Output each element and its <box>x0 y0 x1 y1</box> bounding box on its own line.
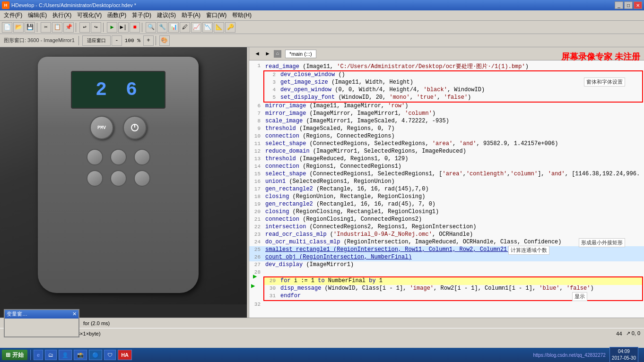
start-button[interactable]: ⊞ 开始 <box>2 350 27 360</box>
code-line-17: 17 gen_rectangle2 (Rectangle, 16, 16, ra… <box>249 186 644 193</box>
btn9[interactable]: 📈 <box>191 22 201 33</box>
menu-visualize[interactable]: 可视化(V) <box>74 10 104 20</box>
taskbar-ie[interactable]: e <box>34 350 43 360</box>
var-window-titlebar: 变量窗… ✕ <box>5 310 78 319</box>
code-line-23: 23 read_ocr_class_mlp ('Industrial_0-9A-… <box>249 231 644 239</box>
watermark: 屏幕录像专家 未注册 <box>561 51 640 62</box>
exec-time: for (2.0 ms) <box>79 320 640 326</box>
pmv-button: PMV <box>90 116 113 139</box>
code-line-21: 21 connection (RegionClosing1, Connected… <box>249 216 644 224</box>
code-line-4: 4 dev_open_window (0, 0, Width/4, Height… <box>264 86 642 94</box>
redo-btn[interactable]: ↪ <box>91 22 101 33</box>
sep4 <box>142 23 144 32</box>
taskbar-camera[interactable]: 📸 <box>74 350 87 360</box>
code-line-12: 12 reduce_domain (ImageMirror1, Selected… <box>249 148 644 155</box>
status-right: 44 ↗ 0, 0 <box>616 330 640 336</box>
save-btn[interactable]: 💾 <box>25 22 35 33</box>
fit-btn[interactable]: 适应窗口 <box>82 35 111 46</box>
menu-assistant[interactable]: 助手(A) <box>179 10 203 20</box>
menu-functions[interactable]: 函数(P) <box>104 10 129 20</box>
menubar: 文件(F) 编辑(E) 执行(X) 可视化(V) 函数(P) 算子(D) 建议(… <box>0 10 644 21</box>
menu-operators[interactable]: 算子(D) <box>129 10 154 20</box>
annotation-display: 显示 <box>572 292 587 301</box>
run-step-btn[interactable]: ▶| <box>118 22 129 33</box>
code-line-20: 20 closing (RegionClosing, Rectangle1, R… <box>249 208 644 216</box>
color-btn[interactable]: 🎨 <box>159 35 170 46</box>
paste-btn[interactable]: 📌 <box>63 22 74 33</box>
cut-btn[interactable]: ✂ <box>41 22 51 33</box>
btn10[interactable]: 📉 <box>202 22 213 33</box>
taskbar-ha[interactable]: HA <box>118 350 132 360</box>
code-line-11: 11 select_shape (ConnectedRegions, Selec… <box>249 140 644 148</box>
var-title: 变量窗… <box>7 310 27 318</box>
btn6[interactable]: 🔧 <box>157 22 167 33</box>
btn12[interactable]: 🔑 <box>225 22 235 33</box>
code-line-6: 6 mirror_image (Image11, ImageMirror, 'r… <box>249 103 644 110</box>
code-line-7: 7 mirror_image (ImageMirror, ImageMirror… <box>249 110 644 118</box>
taskbar-shield[interactable]: 🛡 <box>104 350 116 360</box>
zoom-out-btn[interactable]: - <box>112 35 122 46</box>
annotation-min-rect: 形成最小外接矩形 <box>579 238 625 247</box>
close-button[interactable]: ✕ <box>634 1 642 9</box>
image-display: 2 6 PMV <box>0 47 247 304</box>
app-icon: H <box>2 1 9 9</box>
var-close[interactable]: ✕ <box>72 311 77 317</box>
code-line-13: 13 threshold (ImageReduced, Regions1, 0,… <box>249 155 644 163</box>
code-line-30: 30 disp_message (WindowID, Class[i - 1],… <box>264 285 642 293</box>
code-line-8: 8 scale_image (ImageMirror1, ImageScaled… <box>249 118 644 125</box>
btn7[interactable]: 📊 <box>168 22 179 33</box>
code-line-26: 26 count_obj (RegionIntersection, Number… <box>249 254 644 261</box>
run-btn[interactable]: ▶ <box>107 22 117 33</box>
date: 2017-05-30 <box>612 355 636 362</box>
image-window-label: 图形窗口: 3600 - ImageMirror1 <box>2 37 77 44</box>
taskbar-user[interactable]: 👤 <box>59 350 72 360</box>
code-area[interactable]: ▶ 1 read_image (Image11, 'C:/Users/Admin… <box>249 60 644 318</box>
minimize-button[interactable]: _ <box>615 1 623 9</box>
btn11[interactable]: 📐 <box>214 22 224 33</box>
menu-file[interactable]: 文件(F) <box>1 10 25 20</box>
code-line-28: 28 <box>249 269 644 276</box>
exec-arrow: ▶ <box>253 272 257 280</box>
open-btn[interactable]: 📂 <box>13 22 24 33</box>
code-line-1: 1 read_image (Image11, 'C:/Users/Adminis… <box>249 62 644 70</box>
code-line-14: 14 connection (Regions1, ConnectedRegion… <box>249 163 644 171</box>
statusbar-top: 变量窗… ✕ for (2.0 ms) <box>0 318 644 328</box>
toolbar-row1: 📄 📂 💾 ✂ 📋 📌 ↩ ↪ ▶ ▶| ■ 🔍 🔧 📊 🖊 📈 📉 📐 🔑 <box>0 21 644 34</box>
stop-btn[interactable]: ■ <box>130 22 140 33</box>
section-window-setup: 2 dev_close_window () 3 get_image_size (… <box>263 70 643 103</box>
menu-suggest[interactable]: 建议(S) <box>154 10 179 20</box>
nav-home[interactable]: ⌂ <box>274 50 281 58</box>
nav-back[interactable]: ◀ <box>253 50 261 58</box>
taskbar-circle[interactable]: 🔵 <box>89 350 102 360</box>
time: 04:09 <box>612 348 636 355</box>
annotation-window-font: 窗体和字体设置 <box>584 78 625 86</box>
power-button <box>123 116 147 139</box>
code-line-27: 27 dev_display (ImageMirror1) <box>249 261 644 269</box>
copy-btn[interactable]: 📋 <box>52 22 62 33</box>
taskbar-url: https://blog.csdn.net/qq_42832272 <box>533 353 605 358</box>
var-content <box>5 319 78 322</box>
variable-window: 变量窗… ✕ <box>4 309 79 337</box>
menu-window[interactable]: 窗口(W) <box>203 10 229 20</box>
menu-edit[interactable]: 编辑(E) <box>25 10 50 20</box>
code-line-32: 32 <box>249 301 644 309</box>
window-title: HDevelop - C:/Users/Administrator/Deskto… <box>11 2 615 8</box>
btn8[interactable]: 🖊 <box>180 22 190 33</box>
code-line-10: 10 connection (Regions, ConnectedRegions… <box>249 133 644 140</box>
code-line-15: 15 select_shape (ConnectedRegions1, Sele… <box>249 171 644 178</box>
zoom-in-btn[interactable]: + <box>143 35 154 46</box>
taskbar-folder[interactable]: 🗂 <box>45 350 57 360</box>
new-btn[interactable]: 📄 <box>2 22 12 33</box>
time-display: 04:09 2017-05-30 <box>609 347 638 362</box>
menu-help[interactable]: 帮助(H) <box>229 10 254 20</box>
btn5[interactable]: 🔍 <box>146 22 156 33</box>
code-line-29: 29 for i := 1 to NumberFinal by 1 <box>264 277 642 285</box>
nav-fwd[interactable]: ▶ <box>263 50 272 58</box>
start-label: 开始 <box>12 351 24 359</box>
undo-btn[interactable]: ↩ <box>79 22 90 33</box>
sep1 <box>37 23 39 32</box>
tab-main[interactable]: *main (:::) <box>285 50 316 58</box>
window-controls: _ □ ✕ <box>615 1 642 9</box>
maximize-button[interactable]: □ <box>624 1 633 9</box>
menu-execute[interactable]: 执行(X) <box>50 10 74 20</box>
